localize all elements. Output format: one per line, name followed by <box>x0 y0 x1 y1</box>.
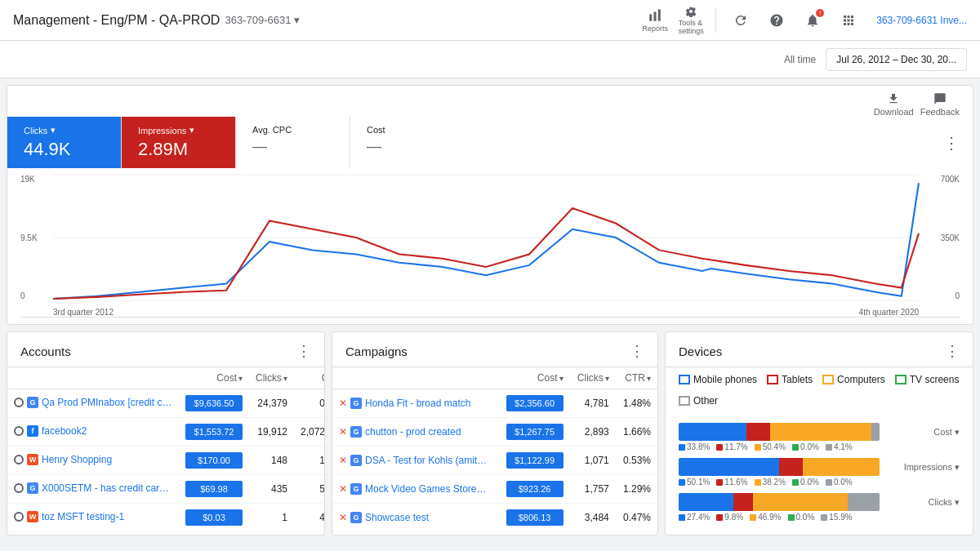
bar-pct-row-2: 27.4%9.8%46.9%0.0%15.9% <box>679 513 960 522</box>
account-cost-cell: $170.00 <box>179 447 249 475</box>
legend-box-tablets <box>767 375 778 384</box>
stacked-bar-0 <box>679 423 880 441</box>
account-name-cell: f facebook2 <box>7 418 179 447</box>
campaigns-table-header: Cost▾ Clicks▾ CTR▾ <box>332 367 657 389</box>
devices-panel: Devices ⋮ Mobile phones Tablets Computer… <box>665 331 973 535</box>
metric-impressions: Impressions ▾ 2.89M <box>122 117 236 168</box>
chart-more-icon[interactable]: ⋮ <box>943 133 960 153</box>
table-row[interactable]: ✕ G chutton - prod created $1,267.75 2,8… <box>332 418 657 447</box>
campaign-cost: $1,122.99 <box>506 452 564 469</box>
account-name[interactable]: Qa Prod PMInabox [credit card funded,... <box>42 397 172 408</box>
table-row[interactable]: G Qa Prod PMInabox [credit card funded,.… <box>7 389 325 418</box>
account-name[interactable]: toz MSFT testing-1 <box>42 511 124 522</box>
bar-pct-item-1-1: 11.6% <box>716 478 747 487</box>
campaign-status-icon: ✕ <box>339 455 347 466</box>
campaign-clicks-cell: 1,071 <box>570 447 616 475</box>
accounts-menu-button[interactable]: ⋮ <box>296 342 311 360</box>
bar-pct-row-1: 50.1%11.6%38.2%0.0%0.0% <box>679 478 960 487</box>
pct-dot-2-2 <box>750 514 756 521</box>
campaigns-col-cost[interactable]: Cost▾ <box>498 367 570 389</box>
feedback-button[interactable]: Feedback <box>920 92 960 117</box>
table-row[interactable]: G X000SETM - has credit card so don't...… <box>7 475 325 504</box>
metric-impressions-label: Impressions <box>138 126 186 136</box>
account-label[interactable]: 363-709-6631 Inve... <box>876 15 967 26</box>
campaign-ctr-cell: 0.47% <box>616 504 657 532</box>
account-name-cell: G X000SETM - has credit card so don't... <box>7 475 179 504</box>
y-left-top: 19K <box>20 175 53 184</box>
device-bar-row-1: Impressions ▾ <box>679 458 960 476</box>
apps-icon <box>841 13 856 28</box>
accounts-col-cost[interactable]: Cost▾ <box>179 367 249 389</box>
header-dropdown[interactable]: ▾ <box>294 14 300 26</box>
account-name[interactable]: Henry Shopping <box>42 454 112 465</box>
accounts-panel: Accounts ⋮ Cost▾ Clicks▾ CTR▾ <box>7 331 325 535</box>
help-button[interactable] <box>762 6 791 35</box>
table-row[interactable]: ✕ G Showcase test $806.13 3,484 0.47% <box>332 504 657 532</box>
bar-pct-item-0-4: 4.1% <box>826 442 853 451</box>
metric-avg-cpc-value: — <box>252 138 333 155</box>
notification-button[interactable]: ! <box>798 6 827 35</box>
campaign-cost: $2,356.60 <box>506 395 564 411</box>
pct-dot-0-2 <box>755 444 761 451</box>
campaign-ctr-cell: 1.66% <box>616 418 657 447</box>
campaigns-col-clicks[interactable]: Clicks▾ <box>570 367 616 389</box>
table-row[interactable]: ✕ G Mock Video Games Store US $923.26 1,… <box>332 475 657 504</box>
reports-button[interactable]: Reports <box>640 6 670 35</box>
bar-segment-1-1 <box>779 458 803 476</box>
legend-label-mobile: Mobile phones <box>693 374 757 385</box>
table-row[interactable]: W Henry Shopping $170.00 148 1.31% <box>7 447 325 475</box>
refresh-button[interactable] <box>726 6 755 35</box>
table-row[interactable]: f facebook2 $1,553.72 19,912 2,072.01% <box>7 418 325 447</box>
account-cost-cell: $9,636.50 <box>179 389 249 418</box>
campaigns-col-ctr[interactable]: CTR▾ <box>616 367 657 389</box>
campaign-name[interactable]: chutton - prod created <box>365 426 461 438</box>
devices-menu-button[interactable]: ⋮ <box>945 342 960 360</box>
reports-label: Reports <box>642 24 668 33</box>
chart-toolbar: Download Feedback <box>7 86 973 117</box>
accounts-table-header: Cost▾ Clicks▾ CTR▾ <box>7 367 325 389</box>
table-row[interactable]: ✕ G DSA - Test for Kohls (amitvaria) $1,… <box>332 447 657 475</box>
campaign-name[interactable]: Honda Fit - broad match <box>365 398 470 409</box>
account-name[interactable]: X000SETM - has credit card so don't... <box>42 482 172 494</box>
download-button[interactable]: Download <box>874 92 914 117</box>
campaign-name[interactable]: Showcase test <box>365 512 429 523</box>
account-cost-cell: $69.98 <box>179 475 249 504</box>
notification-badge: ! <box>816 9 824 17</box>
pct-dot-1-4 <box>826 479 832 486</box>
campaign-cost-cell: $1,267.75 <box>498 418 570 447</box>
bar-segment-2-4 <box>848 493 880 511</box>
campaign-clicks-cell: 4,781 <box>570 389 616 418</box>
account-name-cell: W toz MSFT testing-1 <box>7 504 179 532</box>
accounts-title: Accounts <box>20 344 71 358</box>
legend-item-mobile: Mobile phones <box>679 374 757 385</box>
campaign-status-icon: ✕ <box>339 426 347 438</box>
account-name[interactable]: facebook2 <box>42 425 87 437</box>
bar-pct-item-1-0: 50.1% <box>679 478 710 487</box>
svg-rect-1 <box>654 11 657 20</box>
devices-legend: Mobile phones Tablets Computers TV scree… <box>666 367 973 416</box>
apps-button[interactable] <box>834 6 863 35</box>
device-bar-label-1[interactable]: Impressions ▾ <box>886 462 960 473</box>
pct-val-1-1: 11.6% <box>724 478 747 487</box>
bar-segment-1-2 <box>803 458 880 476</box>
device-bar-label-2[interactable]: Clicks ▾ <box>886 497 960 508</box>
table-row[interactable]: W toz MSFT testing-1 $0.03 1 4.76% <box>7 504 325 532</box>
tools-settings-button[interactable]: Tools &settings <box>676 6 706 35</box>
campaign-name[interactable]: DSA - Test for Kohls (amitvaria) <box>365 455 488 466</box>
campaign-ctr-cell: 0.53% <box>616 447 657 475</box>
bar-pct-item-0-2: 50.4% <box>755 442 786 451</box>
pct-val-0-0: 33.8% <box>687 442 710 451</box>
chart-more-menu[interactable]: ⋮ <box>930 117 973 168</box>
legend-box-mobile <box>679 375 690 384</box>
accounts-col-clicks[interactable]: Clicks▾ <box>249 367 294 389</box>
accounts-col-ctr[interactable]: CTR▾ <box>294 367 325 389</box>
account-ctr-cell: 5.70% <box>294 475 325 504</box>
campaign-name[interactable]: Mock Video Games Store US <box>365 483 488 495</box>
account-ctr-cell: 2,072.01% <box>294 418 325 447</box>
pct-val-2-2: 46.9% <box>758 513 781 522</box>
date-range-picker[interactable]: Jul 26, 2012 – Dec 30, 20... <box>826 48 967 71</box>
campaigns-menu-button[interactable]: ⋮ <box>630 342 644 360</box>
bar-segment-0-1 <box>746 423 770 441</box>
device-bar-label-0[interactable]: Cost ▾ <box>886 427 960 438</box>
table-row[interactable]: ✕ G Honda Fit - broad match $2,356.60 4,… <box>332 389 657 418</box>
